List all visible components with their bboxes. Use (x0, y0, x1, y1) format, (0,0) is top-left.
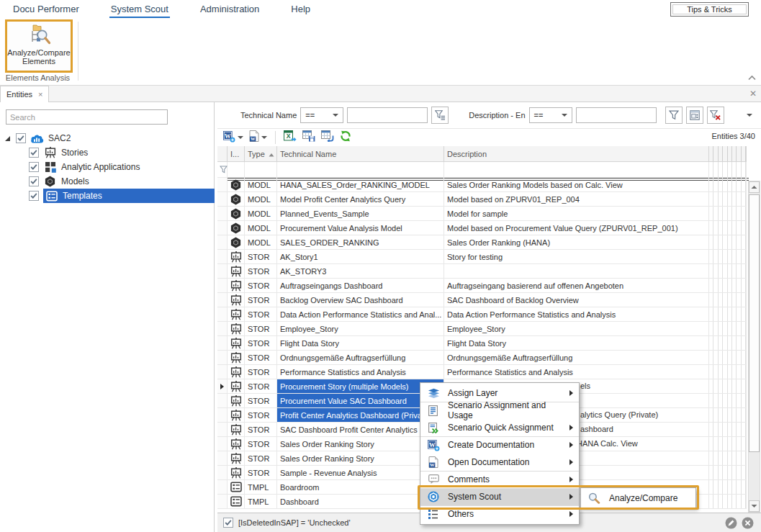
tree-node-templates[interactable]: Templates (0, 189, 215, 203)
ribbon-tab-system-scout[interactable]: System Scout (107, 1, 173, 18)
filter-field2-operator[interactable]: == (529, 107, 572, 123)
open-word-doc-button[interactable]: W (248, 130, 269, 145)
table-row[interactable]: MODLModel Profit Center Analytics QueryM… (217, 192, 761, 207)
technical-name-cell[interactable]: Data Action Performance Statistics and A… (277, 307, 444, 322)
auto-filter-cell[interactable] (444, 162, 709, 178)
table-row[interactable]: STORAK_STORY3 (217, 264, 761, 279)
technical-name-cell[interactable]: Employee_Story (277, 322, 444, 336)
header-technical-name[interactable]: Technical Name (277, 146, 444, 162)
table-row[interactable]: STOREmployee_StoryEmployee_Story (217, 322, 761, 336)
row-indicator (217, 192, 228, 207)
funnel-edit-icon[interactable] (431, 107, 449, 124)
menu-item-system-scout[interactable]: System Scout (420, 488, 579, 505)
svg-text:W: W (429, 441, 436, 448)
technical-name-cell[interactable]: AK_STORY3 (277, 264, 444, 279)
tree-node-stories[interactable]: Stories (0, 145, 215, 160)
refresh-button[interactable] (338, 130, 353, 145)
scroll-up-icon[interactable] (749, 181, 760, 193)
table-row[interactable]: STORAuftragseingangs DashboardAuftragsei… (217, 279, 761, 293)
funnel-icon[interactable] (665, 107, 683, 124)
row-indicator (217, 235, 228, 250)
technical-name-cell[interactable]: Model Profit Center Analytics Query (277, 192, 444, 207)
table-row[interactable]: STORData Action Performance Statistics a… (217, 307, 761, 322)
auto-filter-cell[interactable] (245, 162, 277, 178)
checkbox[interactable] (16, 133, 26, 143)
filter-checkbox[interactable] (223, 518, 233, 528)
menu-item-create-documentation[interactable]: WCreate Documentation (420, 436, 579, 454)
filter-field1-input[interactable] (347, 107, 428, 123)
row-indicator (217, 178, 228, 192)
analyze-compare-elements-button[interactable]: Analyze/Compare Elements (5, 19, 73, 73)
table-row[interactable]: STORAK_Story1Story for testing (217, 250, 761, 264)
table-row[interactable]: STOROrdnungsgemäße AuftragserfüllungOrdn… (217, 351, 761, 365)
tab-entities[interactable]: Entities × (0, 86, 49, 102)
funnel-clear-icon[interactable] (707, 107, 724, 124)
panel-close-icon[interactable]: ✕ (749, 89, 757, 98)
clear-filter-close-icon[interactable] (742, 517, 754, 529)
ribbon-tab-docu-performer[interactable]: Docu Performer (9, 1, 84, 18)
search-input[interactable] (6, 109, 168, 125)
chevron-up-icon[interactable] (747, 71, 757, 80)
vertical-scrollbar[interactable] (748, 181, 760, 513)
technical-name-cell[interactable]: Flight Data Story (277, 336, 444, 351)
excel-export-button[interactable]: X (282, 130, 298, 145)
menu-item-comments[interactable]: Comments (420, 471, 579, 488)
technical-name-cell[interactable]: AK_Story1 (277, 250, 444, 264)
tab-close-icon[interactable]: × (38, 90, 42, 99)
tree-node-analytic-applications[interactable]: Analytic Applications (0, 160, 215, 174)
type-cell: STOR (245, 394, 277, 408)
header-indicator[interactable] (217, 146, 228, 162)
restore-layout-button[interactable] (320, 130, 336, 145)
technical-name-cell[interactable]: Backlog Overview SAC Dashboard (277, 293, 444, 307)
technical-name-cell[interactable]: Planned_Events_Sample (277, 207, 444, 221)
tree-node-models[interactable]: Models (0, 174, 215, 189)
model-icon (230, 194, 241, 205)
header-description[interactable]: Description (444, 146, 709, 162)
menu-item-others[interactable]: Others (420, 505, 579, 523)
checkbox[interactable] (29, 148, 39, 158)
scroll-down-icon[interactable] (749, 500, 760, 512)
table-row[interactable]: MODLPlanned_Events_SampleModel for sampl… (217, 207, 761, 221)
checkbox[interactable] (29, 176, 39, 186)
expander-icon[interactable] (4, 135, 11, 142)
create-word-doc-button[interactable]: W (221, 130, 245, 146)
menu-item-assign-layer[interactable]: Assign Layer (420, 384, 579, 402)
technical-name-cell[interactable]: Procurement Value Analysis Model (277, 221, 444, 235)
story-icon (230, 338, 242, 349)
ribbon-tab-help[interactable]: Help (287, 1, 315, 18)
context-submenu-analyze-compare[interactable]: Analyze/Compare (580, 487, 696, 508)
technical-name-cell[interactable]: SALES_ORDER_RANKING (277, 235, 444, 250)
header-type[interactable]: Type (245, 146, 277, 162)
technical-name-cell[interactable]: HANA_SALES_Order_RANKING_MODEL (277, 178, 444, 192)
header-extra-cols[interactable] (709, 146, 747, 162)
technical-name-cell[interactable]: Performance Statistics and Analysis (277, 365, 444, 379)
filter-field2-input[interactable] (576, 107, 657, 123)
edit-filter-pencil-icon[interactable] (725, 517, 737, 529)
filter-form-icon[interactable] (686, 107, 703, 124)
table-row[interactable]: STORPerformance Statistics and AnalysisP… (217, 365, 761, 379)
save-layout-button[interactable] (301, 130, 317, 145)
technical-name-cell[interactable]: Auftragseingangs Dashboard (277, 279, 444, 293)
entity-type-icon-cell (228, 293, 245, 307)
table-row[interactable]: MODLSALES_ORDER_RANKINGSales Order Ranki… (217, 235, 761, 250)
table-row[interactable]: STORFlight Data StoryFlight Data Story (217, 336, 761, 351)
checkbox[interactable] (29, 162, 39, 172)
table-row[interactable]: MODLProcurement Value Analysis ModelMode… (217, 221, 761, 235)
filter-field1-operator[interactable]: == (300, 107, 343, 123)
tree-node-sac2[interactable]: SAC2 (0, 131, 215, 145)
menu-item-open-documentation[interactable]: WOpen Documentation (420, 454, 579, 471)
scrollbar-thumb[interactable] (749, 194, 760, 452)
header-icon-col[interactable]: I... (228, 146, 245, 162)
menu-item-scenario-quick-assignment[interactable]: Scenario Quick Assignment (420, 419, 579, 436)
description-cell (444, 264, 709, 279)
menu-item-scenario-assignment-and-usage[interactable]: Scenario Assignment and Usage (420, 402, 579, 419)
auto-filter-cell[interactable] (277, 162, 444, 178)
technical-name-cell[interactable]: Ordnungsgemäße Auftragserfüllung (277, 351, 444, 365)
table-row[interactable]: MODLHANA_SALES_Order_RANKING_MODELSales … (217, 178, 761, 192)
description-cell: Employee_Story (444, 322, 709, 336)
table-row[interactable]: STORBacklog Overview SAC DashboardSAC Da… (217, 293, 761, 307)
tips-and-tricks-button[interactable]: Tips & Tricks (670, 2, 749, 17)
checkbox[interactable] (29, 191, 39, 201)
ribbon-tab-administration[interactable]: Administration (196, 1, 264, 18)
filter-dropdown-icon[interactable] (747, 114, 752, 117)
